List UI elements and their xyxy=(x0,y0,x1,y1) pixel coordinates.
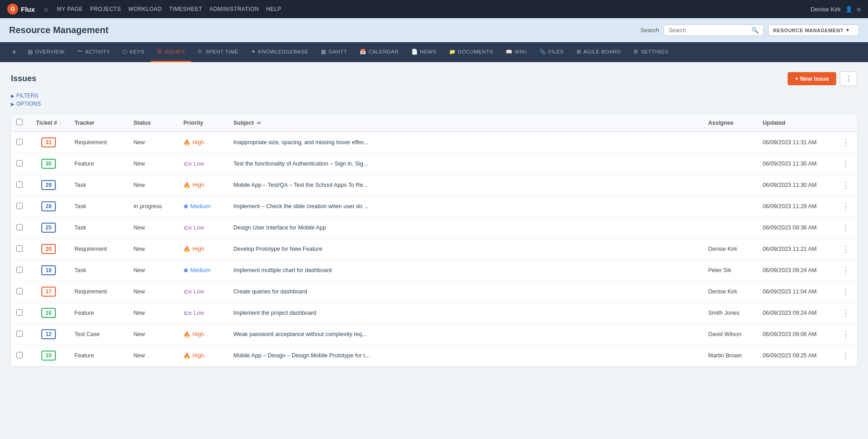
row-checkbox-cell[interactable] xyxy=(11,153,28,175)
row-actions-cell[interactable]: ⋮ xyxy=(834,196,857,217)
home-icon[interactable]: ⌂ xyxy=(44,5,48,13)
search-bar[interactable]: 🔍 xyxy=(664,24,764,36)
row-subject-cell[interactable]: Develop Prototype for New Feature xyxy=(228,239,703,260)
nav-link-timesheet[interactable]: TIMESHEET xyxy=(169,6,202,12)
row-subject-cell[interactable]: Create queries for dashboard xyxy=(228,281,703,302)
ticket-badge[interactable]: 28 xyxy=(41,201,55,211)
ticket-badge[interactable]: 10 xyxy=(41,351,55,361)
subnav-item-keys[interactable]: ⬡KEYS xyxy=(116,42,151,62)
row-actions-cell[interactable]: ⋮ xyxy=(834,345,857,366)
subject-text[interactable]: Test the functionality of Authentication… xyxy=(233,161,368,167)
ticket-badge[interactable]: 25 xyxy=(41,223,55,233)
new-issue-button[interactable]: + New Issue xyxy=(788,72,836,85)
row-checkbox-cell[interactable] xyxy=(11,196,28,217)
subject-text[interactable]: Implement – Check the slide creation whe… xyxy=(233,203,369,210)
row-checkbox-cell[interactable] xyxy=(11,260,28,281)
subnav-item-files[interactable]: 📎FILES xyxy=(533,42,570,62)
row-actions-cell[interactable]: ⋮ xyxy=(834,260,857,281)
resource-dropdown[interactable]: RESOURCE MANAGEMENT ▾ xyxy=(768,24,859,36)
subnav-item-overview[interactable]: ▤OVERVIEW xyxy=(21,42,71,62)
row-checkbox-cell[interactable] xyxy=(11,217,28,239)
subject-text[interactable]: Create queries for dashboard xyxy=(233,288,307,295)
ticket-badge[interactable]: 18 xyxy=(41,265,55,275)
ticket-badge[interactable]: 17 xyxy=(41,287,55,297)
row-actions-cell[interactable]: ⋮ xyxy=(834,153,857,175)
subject-text[interactable]: Implement the project dashboard xyxy=(233,310,316,316)
row-actions-cell[interactable]: ⋮ xyxy=(834,302,857,324)
ticket-badge[interactable]: 16 xyxy=(41,308,55,318)
row-actions-cell[interactable]: ⋮ xyxy=(834,239,857,260)
row-checkbox[interactable] xyxy=(16,139,23,145)
subnav-item-documents[interactable]: 📁DOCUMENTS xyxy=(443,42,499,62)
subject-text[interactable]: Inappropriate size, spacing, and missing… xyxy=(233,139,369,146)
search-input[interactable] xyxy=(669,27,751,34)
subnav-item-knowledgebase[interactable]: ✦KNOWLEDGEBASE xyxy=(245,42,315,62)
subnav-item-agileboard[interactable]: ⊞AGILE BOARD xyxy=(570,42,627,62)
row-checkbox[interactable] xyxy=(16,309,23,316)
filters-toggle[interactable]: ▶ FILTERS xyxy=(11,93,857,99)
subnav-item-news[interactable]: 📄NEWS xyxy=(405,42,443,62)
row-checkbox[interactable] xyxy=(16,160,23,166)
row-actions-button[interactable]: ⋮ xyxy=(840,350,852,361)
row-actions-button[interactable]: ⋮ xyxy=(840,200,852,212)
row-subject-cell[interactable]: Inappropriate size, spacing, and missing… xyxy=(228,132,703,153)
row-actions-button[interactable]: ⋮ xyxy=(840,137,852,148)
row-checkbox[interactable] xyxy=(16,203,23,209)
row-checkbox-cell[interactable] xyxy=(11,175,28,196)
subject-text[interactable]: Mobile App – Test/QA – Test the School A… xyxy=(233,182,368,188)
row-actions-cell[interactable]: ⋮ xyxy=(834,132,857,153)
row-actions-button[interactable]: ⋮ xyxy=(840,158,852,170)
row-actions-button[interactable]: ⋮ xyxy=(840,264,852,276)
row-checkbox-cell[interactable] xyxy=(11,132,28,153)
row-checkbox[interactable] xyxy=(16,352,23,358)
issues-menu-button[interactable]: ⋮ xyxy=(840,71,857,86)
row-actions-button[interactable]: ⋮ xyxy=(840,222,852,234)
subject-text[interactable]: Implement multiple chart for dashboard xyxy=(233,267,332,273)
subject-text[interactable]: Develop Prototype for New Feature xyxy=(233,246,322,252)
row-checkbox[interactable] xyxy=(16,245,23,252)
subnav-item-calendar[interactable]: 📅CALENDAR xyxy=(353,42,404,62)
nav-link-workload[interactable]: WORKLOAD xyxy=(128,6,162,12)
row-subject-cell[interactable]: Weak password acceptance without complex… xyxy=(228,324,703,345)
row-actions-button[interactable]: ⋮ xyxy=(840,243,852,255)
subnav-item-wiki[interactable]: 📖WIKI xyxy=(499,42,533,62)
row-actions-button[interactable]: ⋮ xyxy=(840,179,852,191)
row-checkbox[interactable] xyxy=(16,267,23,273)
row-subject-cell[interactable]: Implement – Check the slide creation whe… xyxy=(228,196,703,217)
row-subject-cell[interactable]: Mobile App – Design – Design Mobile Prot… xyxy=(228,345,703,366)
ticket-badge[interactable]: 31 xyxy=(41,137,55,147)
row-checkbox[interactable] xyxy=(16,288,23,294)
nav-link-projects[interactable]: PROJECTS xyxy=(90,6,121,12)
subnav-item-spenttime[interactable]: ⏱SPENT TIME xyxy=(191,42,245,62)
row-checkbox[interactable] xyxy=(16,331,23,337)
row-actions-button[interactable]: ⋮ xyxy=(840,328,852,340)
select-all-checkbox[interactable] xyxy=(16,119,23,125)
row-subject-cell[interactable]: Implement multiple chart for dashboard xyxy=(228,260,703,281)
row-checkbox[interactable] xyxy=(16,224,23,230)
row-subject-cell[interactable]: Mobile App – Test/QA – Test the School A… xyxy=(228,175,703,196)
row-subject-cell[interactable]: Implement the project dashboard xyxy=(228,302,703,324)
logout-icon[interactable]: ⎋ xyxy=(857,6,861,13)
ticket-badge[interactable]: 29 xyxy=(41,180,55,190)
th-ticket[interactable]: Ticket # ↓ xyxy=(28,114,69,132)
subnav-item-settings[interactable]: ⚙SETTINGS xyxy=(627,42,675,62)
row-checkbox-cell[interactable] xyxy=(11,302,28,324)
row-actions-cell[interactable]: ⋮ xyxy=(834,217,857,239)
row-actions-cell[interactable]: ⋮ xyxy=(834,281,857,302)
row-subject-cell[interactable]: Test the functionality of Authentication… xyxy=(228,153,703,175)
row-actions-cell[interactable]: ⋮ xyxy=(834,324,857,345)
nav-link-my-page[interactable]: MY PAGE xyxy=(57,6,83,12)
subnav-item-issues[interactable]: ☰ISSUES xyxy=(151,42,191,62)
subject-text[interactable]: Weak password acceptance without complex… xyxy=(233,331,367,337)
add-tab-button[interactable]: + xyxy=(7,42,21,62)
row-checkbox-cell[interactable] xyxy=(11,345,28,366)
ticket-badge[interactable]: 30 xyxy=(41,159,55,169)
nav-link-administration[interactable]: ADMINISTRATION xyxy=(210,6,259,12)
ticket-badge[interactable]: 20 xyxy=(41,244,55,254)
row-checkbox-cell[interactable] xyxy=(11,239,28,260)
th-select-all[interactable] xyxy=(11,114,28,132)
row-actions-button[interactable]: ⋮ xyxy=(840,286,852,298)
row-checkbox[interactable] xyxy=(16,181,23,188)
logo[interactable]: G Flux xyxy=(7,4,35,15)
subnav-item-gantt[interactable]: ▦GANTT xyxy=(315,42,353,62)
